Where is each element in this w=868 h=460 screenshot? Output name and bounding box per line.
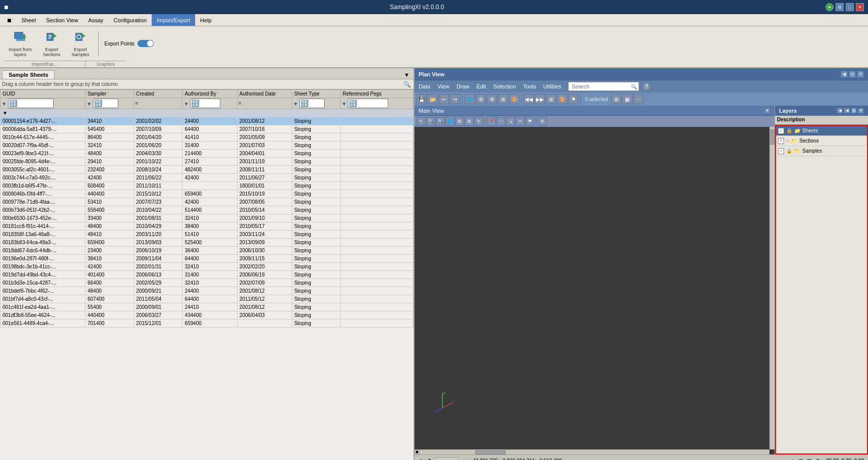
plan-palette-btn[interactable]: 🎨 [557, 94, 567, 104]
plan-view-pin-button[interactable]: ◀ [841, 71, 848, 78]
layer-item-sheets[interactable]: ✓ 🔒 📁 Sheets [776, 126, 867, 136]
filter-sampler-input[interactable] [93, 99, 118, 108]
grid-search-button[interactable]: 🔍 [402, 80, 412, 89]
table-row[interactable]: 0003055c-af2c-4601-...2324002008/10/2448… [1, 166, 414, 174]
plan-view-close-button[interactable]: ✕ [857, 71, 864, 78]
plan-data-menu[interactable]: Data [417, 83, 432, 89]
export-points-toggle[interactable] [138, 40, 154, 47]
table-row[interactable]: 001bdef6-7bbc-4f62-...484002000/09/21244… [1, 287, 414, 295]
menu-configuration[interactable]: Configuration [109, 14, 152, 26]
table-row[interactable]: 0003c744-c7a0-492c-...424002011/06/22424… [1, 174, 414, 182]
plan-view-float-button[interactable]: ⊡ [849, 71, 856, 78]
mv-cursor-btn[interactable]: ↖ [417, 117, 426, 126]
plan-arrow2-btn[interactable]: ▶▶ [535, 94, 545, 104]
plan-settings-btn[interactable]: ⚙ [476, 94, 486, 104]
filter-sheet-type-input[interactable] [299, 99, 325, 108]
plan-redo-btn[interactable]: ↪ [450, 94, 460, 104]
plan-save-btn[interactable]: 💾 [417, 94, 427, 104]
filter-referenced-pegs-input[interactable] [348, 99, 388, 108]
table-row[interactable]: 0009778e-71d8-4faa-...534102007/07/23424… [1, 198, 414, 206]
table-row[interactable]: 0018dd67-6dc6-44db-...234002006/10/19364… [1, 247, 414, 255]
plan-grid-btn[interactable]: ⊞ [546, 94, 556, 104]
zoom-input[interactable]: 132 [436, 457, 459, 460]
plan-utilities-menu[interactable]: Utilities [541, 83, 563, 89]
mv-zoom-out-btn[interactable]: 🔍 [436, 117, 445, 126]
menu-help[interactable]: Help [195, 14, 217, 26]
table-row[interactable]: 0019d7dd-49bd-43c4-...4014002006/06/1331… [1, 271, 414, 279]
plan-color-btn[interactable]: 🎨 [509, 94, 519, 104]
plan-gear2-btn[interactable]: ⚙ [487, 94, 497, 104]
mv-edit-btn[interactable]: ✎ [474, 117, 483, 126]
grid-scroll-wrapper[interactable]: GUID Sampler Created Authorized By [0, 89, 414, 456]
table-row[interactable]: 00181cc8-f91c-4414-...484002010/04/29384… [1, 222, 414, 231]
menu-app-icon[interactable]: ■ [2, 14, 16, 26]
plan-draw-menu[interactable]: Draw [454, 83, 472, 89]
mv-zoom-in-btn[interactable]: 🔍 [426, 117, 435, 126]
table-row[interactable]: 0010c44-617e-4445-...864002001/04/204141… [1, 133, 414, 142]
table-row[interactable]: 00198bdc-3e1b-41cc-...424002002/01/31324… [1, 263, 414, 271]
canvas-area[interactable]: y x z [415, 127, 774, 454]
plan-edit-menu[interactable]: Edit [475, 83, 488, 89]
table-row[interactable]: 00183b83-64ca-48a3-...6594002013/09/0352… [1, 239, 414, 247]
menu-assay[interactable]: Assay [83, 14, 109, 26]
maximize-button[interactable]: □ [846, 3, 854, 11]
mv-gear-btn[interactable]: ⚙ [455, 117, 464, 126]
plan-layers-btn[interactable]: ⊞ [498, 94, 508, 104]
plan-table-btn[interactable]: ▦ [622, 94, 632, 104]
table-row[interactable]: 0018358f-13a6-46a8-...484102003/11/20514… [1, 231, 414, 239]
menu-section-view[interactable]: Section View [41, 14, 83, 26]
plan-open-btn[interactable]: 📂 [428, 94, 438, 104]
table-row[interactable]: 001bf7d4-a8c0-43cf-...6074002011/05/0464… [1, 295, 414, 303]
table-row[interactable]: 001df3b8-55ee-4624-...4404002006/03/2743… [1, 311, 414, 319]
mv-flag-btn[interactable]: ⚑ [525, 117, 534, 126]
table-row[interactable]: 001c461f-ea2d-4aa1-...554002000/09/01244… [1, 303, 414, 311]
layers-float-btn[interactable]: ⊡ [851, 108, 857, 114]
layers-close-btn[interactable]: ✕ [858, 108, 864, 114]
plan-arrow1-btn[interactable]: ◀◀ [524, 94, 534, 104]
mv-arrow-btn[interactable]: ↘ [506, 117, 515, 126]
mv-globe-btn[interactable]: 🌐 [445, 117, 454, 126]
mv-delete-btn[interactable]: ✕ [538, 117, 547, 126]
table-row[interactable]: 000b73d6-051f-42b2-...5584002010/04/2251… [1, 206, 414, 214]
table-row[interactable]: 0008046b-f3fd-4ff7-...4404002015/10/1265… [1, 190, 414, 198]
plan-selection-menu[interactable]: Selection [491, 83, 518, 89]
panel-tab-arrow[interactable]: ▼ [402, 71, 412, 79]
plan-view-menu[interactable]: View [435, 83, 451, 89]
canvas-hscroll-thumb[interactable] [475, 450, 506, 454]
layers-pin-btn[interactable]: ◀ [844, 108, 850, 114]
canvas-hscroll[interactable] [415, 449, 769, 454]
layers-expand-left[interactable]: ◀ [837, 108, 843, 114]
table-row[interactable]: 0003fb1d-b6f5-47fe-...6084002011/10/1118… [1, 182, 414, 190]
plan-more-btn[interactable]: ⋯ [633, 94, 644, 104]
filter-guid-input[interactable] [8, 99, 54, 108]
table-row[interactable]: 00196e0d-287f-480f-...384102009/11/04644… [1, 255, 414, 263]
mv-cut-btn[interactable]: ✂ [516, 117, 525, 126]
table-row[interactable]: 000e6530-1673-452e-...334002001/08/31324… [1, 214, 414, 222]
table-row[interactable]: 00001154-e176-4d27-...344102001/02/02244… [1, 117, 414, 125]
plan-copy-btn[interactable]: ⊞ [611, 94, 621, 104]
layer-item-samples[interactable]: ✓ 🔒 📁 Samples [776, 146, 867, 156]
export-samples-button[interactable]: ExportSamples [67, 29, 94, 58]
import-from-layers-button[interactable]: Import fromlayers [4, 29, 36, 58]
canvas-vscroll[interactable] [769, 127, 774, 449]
sample-sheets-tab[interactable]: Sample Sheets [2, 70, 55, 79]
plan-undo-btn[interactable]: ↩ [439, 94, 449, 104]
canvas-vscroll-thumb[interactable] [770, 129, 774, 145]
table-row[interactable]: 00020d07-7f9a-45df-...324102001/06/20314… [1, 142, 414, 150]
plan-globe-btn[interactable]: 🌐 [465, 94, 475, 104]
plan-search-input[interactable] [568, 82, 639, 91]
mv-nodes-btn[interactable]: ⋯ [496, 117, 506, 126]
layer-item-sections[interactable]: ✓ ○ 📁 Sections [776, 136, 867, 146]
table-row[interactable]: 00006dda-5a81-4379-...5454002007/10/0964… [1, 125, 414, 133]
plan-help-button[interactable]: ? [642, 82, 651, 91]
mv-gear2-btn[interactable]: ⚙ [465, 117, 474, 126]
plan-flag-btn[interactable]: ⚑ [568, 94, 578, 104]
plan-tools-menu[interactable]: Tools [521, 83, 538, 89]
close-button[interactable]: ✕ [856, 3, 864, 11]
table-row[interactable]: 001e561-4489-4ca4-...7014002015/12/01659… [1, 319, 414, 328]
table-row[interactable]: 001b3d3e-15ca-4287-...664002002/05/29324… [1, 279, 414, 287]
menu-sheet[interactable]: Sheet [16, 14, 41, 26]
restore-button[interactable]: ⧉ [836, 3, 844, 11]
mv-pin-btn[interactable]: 📍 [487, 117, 496, 126]
menu-import-export[interactable]: Import/Export [152, 14, 195, 26]
